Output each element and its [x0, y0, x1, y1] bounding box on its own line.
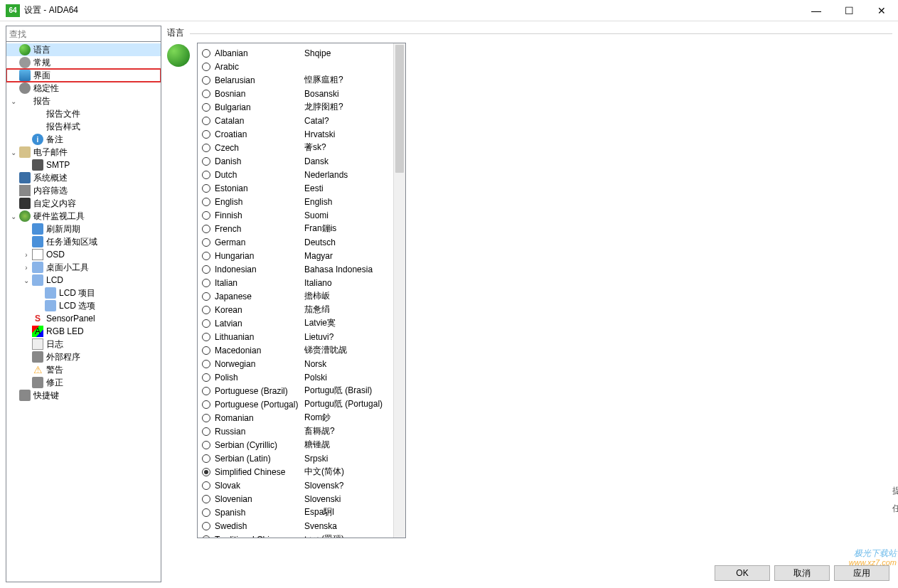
radio-icon[interactable]	[202, 76, 210, 85]
expander-icon[interactable]	[22, 109, 31, 118]
radio-icon[interactable]	[202, 441, 210, 449]
radio-icon[interactable]	[202, 427, 210, 436]
language-option[interactable]: Czech蓍sk?	[198, 141, 393, 154]
language-option[interactable]: Serbian (Cyrillic)糖锺觇	[198, 438, 393, 451]
tree-item[interactable]: 内容筛选	[6, 184, 161, 197]
language-option[interactable]: SlovakSlovensk?	[198, 479, 393, 492]
language-option[interactable]: GermanDeutsch	[198, 235, 393, 249]
language-option[interactable]: IndonesianBahasa Indonesia	[198, 262, 393, 276]
radio-icon[interactable]	[202, 211, 210, 220]
tree-item[interactable]: ARGB LED	[6, 325, 161, 338]
tree-item[interactable]: SMTP	[6, 159, 161, 171]
tree-item[interactable]: ⚠警告	[6, 363, 161, 376]
language-option[interactable]: BosnianBosanski	[198, 87, 393, 100]
tree-item[interactable]: ⌄电子邮件	[6, 146, 161, 159]
radio-icon[interactable]	[202, 522, 210, 530]
ok-button[interactable]: OK	[715, 565, 770, 581]
expander-icon[interactable]: ›	[22, 263, 31, 272]
tree-item[interactable]: LCD 选项	[6, 299, 161, 312]
language-option[interactable]: DutchNederlands	[198, 168, 393, 181]
language-option[interactable]: Macedonian锑赍漕眈觇	[198, 343, 393, 357]
language-list[interactable]: AlbanianShqipeArabicBelarusian惶豚瘟粗?Bosni…	[198, 43, 393, 538]
apply-button[interactable]: 应用	[834, 565, 889, 581]
radio-icon[interactable]	[202, 495, 210, 503]
language-option[interactable]: Serbian (Latin)Srpski	[198, 451, 393, 465]
tree-item[interactable]: 稳定性	[6, 82, 161, 95]
expander-icon[interactable]	[22, 161, 31, 169]
radio-icon[interactable]	[202, 400, 210, 409]
tree-item[interactable]: 界面	[6, 69, 161, 82]
language-option[interactable]: Bulgarian龙脖囹粗?	[198, 100, 393, 114]
expander-icon[interactable]	[22, 340, 31, 348]
language-option[interactable]: NorwegianNorsk	[198, 357, 393, 370]
radio-icon[interactable]	[202, 292, 210, 301]
radio-icon[interactable]	[202, 265, 210, 274]
tree-item[interactable]: ›OSD	[6, 248, 161, 261]
radio-icon[interactable]	[202, 238, 210, 247]
language-option[interactable]: AlbanianShqipe	[198, 46, 393, 60]
expander-icon[interactable]	[22, 365, 31, 374]
language-option[interactable]: DanishDansk	[198, 154, 393, 168]
expander-icon[interactable]	[22, 237, 31, 246]
radio-icon[interactable]	[202, 508, 210, 517]
language-option[interactable]: LithuanianLietuvi?	[198, 330, 393, 343]
cancel-button[interactable]: 取消	[774, 565, 830, 581]
expander-icon[interactable]	[9, 186, 18, 195]
close-button[interactable]: ✕	[865, 0, 898, 21]
tree-item[interactable]: ⌄报告	[6, 95, 161, 107]
language-option[interactable]: Belarusian惶豚瘟粗?	[198, 73, 393, 87]
expander-icon[interactable]	[35, 301, 43, 310]
radio-icon[interactable]	[202, 184, 210, 193]
search-input[interactable]	[6, 26, 161, 41]
radio-icon[interactable]	[202, 387, 210, 395]
tree-item[interactable]: 刷新周期	[6, 223, 161, 235]
language-option[interactable]: EnglishEnglish	[198, 195, 393, 208]
radio-icon[interactable]	[202, 535, 210, 538]
tree-item[interactable]: 系统概述	[6, 171, 161, 184]
tree-item[interactable]: 报告样式	[6, 120, 161, 133]
tree-item[interactable]: 报告文件	[6, 107, 161, 120]
expander-icon[interactable]	[9, 71, 18, 80]
radio-icon[interactable]	[202, 333, 210, 341]
tree-item[interactable]: 修正	[6, 376, 161, 389]
tree-item[interactable]: 快捷键	[6, 389, 161, 402]
radio-icon[interactable]	[202, 144, 210, 152]
expander-icon[interactable]: ⌄	[22, 276, 31, 284]
language-option[interactable]: HungarianMagyar	[198, 249, 393, 262]
tree-item[interactable]: i备注	[6, 133, 161, 146]
radio-icon[interactable]	[202, 171, 210, 179]
expander-icon[interactable]	[9, 199, 18, 208]
expander-icon[interactable]	[22, 314, 31, 323]
language-option[interactable]: RomanianRom鈔	[198, 411, 393, 424]
expander-icon[interactable]	[9, 173, 18, 182]
language-option[interactable]: SlovenianSlovenski	[198, 492, 393, 506]
expander-icon[interactable]	[9, 84, 18, 92]
language-option[interactable]: Russian畜耨觇?	[198, 424, 393, 438]
nav-tree[interactable]: 语言常规界面稳定性⌄报告报告文件报告样式i备注⌄电子邮件SMTP系统概述内容筛选…	[6, 42, 161, 582]
language-option[interactable]: SwedishSvenska	[198, 519, 393, 533]
scrollbar-thumb[interactable]	[395, 45, 404, 173]
language-option[interactable]: EstonianEesti	[198, 181, 393, 195]
expander-icon[interactable]: ›	[22, 250, 31, 259]
tree-item[interactable]: 日志	[6, 338, 161, 351]
expander-icon[interactable]: ⌄	[9, 212, 18, 220]
tree-item[interactable]: ⌄LCD	[6, 274, 161, 287]
language-option[interactable]: PolishPolski	[198, 370, 393, 384]
tree-item[interactable]: 外部程序	[6, 351, 161, 363]
radio-icon[interactable]	[202, 481, 210, 490]
language-option[interactable]: Portuguese (Brazil)Portugu阺 (Brasil)	[198, 384, 393, 397]
language-option[interactable]: Arabic	[198, 60, 393, 73]
language-option[interactable]: ItalianItaliano	[198, 276, 393, 289]
radio-icon[interactable]	[202, 279, 210, 287]
radio-icon[interactable]	[202, 373, 210, 382]
language-option[interactable]: LatvianLatvie寞	[198, 316, 393, 330]
language-option[interactable]: CatalanCatal?	[198, 114, 393, 127]
radio-icon[interactable]	[202, 360, 210, 368]
radio-icon[interactable]	[202, 103, 210, 112]
tree-item[interactable]: 自定义内容	[6, 197, 161, 210]
tree-item[interactable]: ›桌面小工具	[6, 261, 161, 274]
tree-item[interactable]: 任务通知区域	[6, 235, 161, 248]
radio-icon[interactable]	[202, 306, 210, 314]
expander-icon[interactable]: ⌄	[9, 97, 18, 105]
language-option[interactable]: Japanese擔柿岅	[198, 289, 393, 303]
